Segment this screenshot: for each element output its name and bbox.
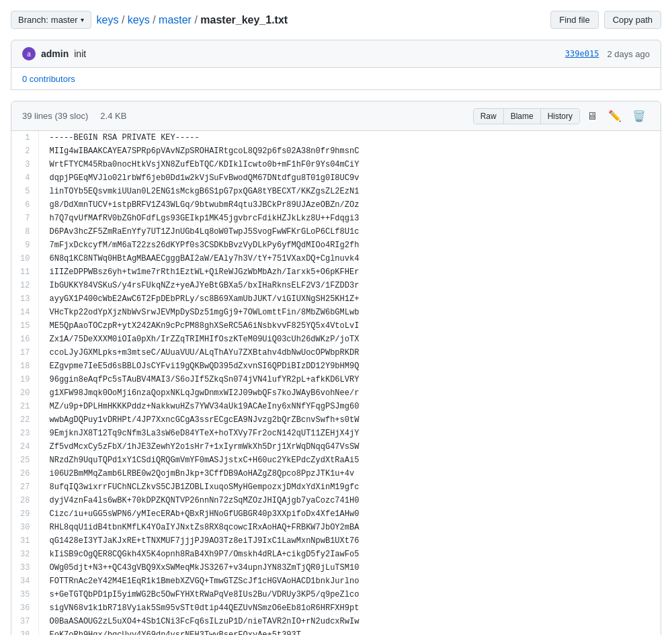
table-row: 18EZgvpme7IeE5d6sBBLOJsCYFvi19gQKBwQD395…	[11, 359, 661, 373]
table-row: 30RHL8qqU1idB4tbnKMfLK4YOaIYJNxtZs8RX8qc…	[11, 521, 661, 534]
line-number: 8	[11, 225, 38, 239]
table-row: 14VHcTkp22odYpXjzNbWvSrwJEVMpDySDz51mgGj…	[11, 306, 661, 319]
find-file-button[interactable]: Find file	[550, 11, 599, 29]
line-code: g1XFW98Jmqk0OoMji6nzaQopxNKLqJgwDnmxWI2J…	[38, 386, 661, 400]
monitor-icon-button[interactable]: 🖥	[583, 108, 601, 125]
breadcrumb: Branch: master ▾ keys / keys / master / …	[11, 11, 288, 29]
table-row: 26i06U2BmMMqZamb6LRBE0w2QojmBnJkp+3CffDB…	[11, 467, 661, 480]
chevron-down-icon: ▾	[81, 16, 84, 24]
avatar: a	[22, 47, 36, 60]
table-row: 97mFjxDckcyfM/mM6aT22zs26dKYPf0s3CSDKbBv…	[11, 239, 661, 252]
table-row: 36sigVN68v1k1bR718Vyiak5Sm95vSTt0dtip44Q…	[11, 601, 661, 615]
line-code: -----BEGIN RSA PRIVATE KEY-----	[38, 131, 661, 144]
contributors-link[interactable]: 0 contributors	[22, 74, 75, 84]
line-code: D6PAv3hcZF5ZmRaEnYfy7UT1ZJnUGb4Lq8oW0Twp…	[38, 225, 661, 239]
branch-name: master	[51, 15, 78, 25]
line-code: ME5QpAaoTOCzpR+ytX242AKn9cPcPM88ghXSeRC5…	[38, 319, 661, 333]
line-code: s+GeTGTQbPD1pI5yimWG2Bc5OwFYHXtRWaPqVe8I…	[38, 588, 661, 601]
line-number: 37	[11, 615, 38, 628]
table-row: 20g1XFW98Jmqk0OoMji6nzaQopxNKLqJgwDnmxWI…	[11, 386, 661, 400]
line-number: 12	[11, 279, 38, 292]
table-row: 15ME5QpAaoTOCzpR+ytX242AKn9cPcPM88ghXSeR…	[11, 319, 661, 333]
file-actions: Raw Blame History 🖥 ✏️ 🗑️	[473, 107, 650, 125]
line-code: g8/DdXmnTUCV+istpBRFV1Z43WLGq/9btwubmR4q…	[38, 198, 661, 212]
line-code: VHcTkp22odYpXjzNbWvSrwJEVMpDySDz51mgGj9+…	[38, 306, 661, 319]
line-code: wwbAgDQPuy1vDRHPt/4JP7XxncGCgA3ssrECgcEA…	[38, 413, 661, 427]
line-number: 15	[11, 319, 38, 333]
file-info: 39 lines (39 sloc) 2.4 KB	[22, 111, 126, 121]
line-number: 32	[11, 548, 38, 561]
line-code: 7mFjxDckcyfM/mM6aT22zs26dKYPf0s3CSDKbBvz…	[38, 239, 661, 252]
breadcrumb-path: keys / keys / master / master_key_1.txt	[97, 14, 288, 26]
branch-label: Branch:	[18, 15, 48, 25]
table-row: 25NRzdZh9UquTQPd1xY1CSdiQRQGmVmYF0mASJjs…	[11, 454, 661, 467]
line-code: dqpjPGEqMVJlo02lrbWf6jeb0Dd1w2kVjSuFvBwo…	[38, 171, 661, 185]
line-number: 31	[11, 534, 38, 548]
copy-path-button[interactable]: Copy path	[604, 11, 661, 29]
line-number: 6	[11, 198, 38, 212]
branch-selector[interactable]: Branch: master ▾	[11, 11, 91, 29]
table-row: 13ayyGX1P400cWbE2AwC6T2FpDEbPRLy/sc8B69X…	[11, 292, 661, 306]
breadcrumb-master[interactable]: master	[159, 14, 192, 26]
file-size: 2.4 KB	[100, 111, 126, 121]
line-number: 20	[11, 386, 38, 400]
table-row: 278ufqIQ3wixrrFUChNCLZkvS5CJB1ZOBLIxuqoS…	[11, 480, 661, 494]
table-row: 35s+GeTGTQbPD1pI5yimWG2Bc5OwFYHXtRWaPqVe…	[11, 588, 661, 601]
line-number: 28	[11, 494, 38, 507]
line-number: 7	[11, 212, 38, 225]
line-code: Zx1A/75DeXXXM0iOIa0pXh/IrZZqTRIMHIfOszKT…	[38, 333, 661, 346]
blame-button[interactable]: Blame	[504, 109, 541, 124]
commit-meta: 339e015 2 days ago	[565, 49, 650, 59]
line-code: RHL8qqU1idB4tbnKMfLK4YOaIYJNxtZs8RX8qcow…	[38, 521, 661, 534]
avatar-initial: a	[27, 50, 31, 58]
table-row: 24Zf5vdMcxCy5zFbX/1hJE3ZewhY2o1sHr7+1xIy…	[11, 440, 661, 454]
raw-button[interactable]: Raw	[474, 109, 504, 124]
line-number: 30	[11, 521, 38, 534]
table-row: 5linTOYb5EQsvmkiUUan0L2ENG1sMckgB6S1pG7p…	[11, 185, 661, 198]
table-row: 1996ggin8eAqfPc5sTAuBV4MAI3/S6oJIf5ZkqSn…	[11, 373, 661, 386]
line-number: 29	[11, 507, 38, 521]
line-number: 1	[11, 131, 38, 144]
line-code: 8ufqIQ3wixrrFUChNCLZkvS5CJB1ZOBLIxuqoSMy…	[38, 480, 661, 494]
breadcrumb-keys-1[interactable]: keys	[97, 14, 119, 26]
line-code: MIIg4wIBAAKCAYEA7SPRp6pVAvNZpSROHAIRtgco…	[38, 144, 661, 158]
line-number: 5	[11, 185, 38, 198]
line-code: 6N8q1KC8NTWq0HBtAgMBAAECgggBAI2aW/EAly7h…	[38, 252, 661, 265]
delete-icon-button[interactable]: 🗑️	[628, 107, 650, 125]
code-table: 1-----BEGIN RSA PRIVATE KEY-----2MIIg4wI…	[11, 131, 661, 635]
edit-icon-button[interactable]: ✏️	[604, 107, 626, 125]
table-row: 2MIIg4wIBAAKCAYEA7SPRp6pVAvNZpSROHAIRtgc…	[11, 144, 661, 158]
breadcrumb-keys-2[interactable]: keys	[128, 14, 150, 26]
line-number: 35	[11, 588, 38, 601]
line-code: Cizc/iu+uGG5sWPN6/yMIecERAb+QBxRjHNoGfUG…	[38, 507, 661, 521]
line-number: 27	[11, 480, 38, 494]
line-code: linTOYb5EQsvmkiUUan0L2ENG1sMckgB6S1pG7px…	[38, 185, 661, 198]
view-buttons: Raw Blame History	[473, 108, 580, 124]
line-code: ayyGX1P400cWbE2AwC6T2FpDEbPRLy/sc8B69Xam…	[38, 292, 661, 306]
table-row: 33OWg05djt+N3++QC43gVBQ9XxSWMeqMkJS3267+…	[11, 561, 661, 575]
table-row: 7h7Q7qvUfMAfRV0bZGhOFdfLgs93GEIkp1MK45jg…	[11, 212, 661, 225]
line-code: iIIZeDPPWBsz6yh+tw1me7rRth1EztWL+QiReWJG…	[38, 265, 661, 279]
table-row: 34FOTTRnAc2eY42M4E1EqR1k1BmebXZVGQ+TmwGT…	[11, 575, 661, 588]
history-button[interactable]: History	[541, 109, 579, 124]
table-row: 6g8/DdXmnTUCV+istpBRFV1Z43WLGq/9btwubmR4…	[11, 198, 661, 212]
line-number: 14	[11, 306, 38, 319]
table-row: 22wwbAgDQPuy1vDRHPt/4JP7XxncGCgA3ssrECgc…	[11, 413, 661, 427]
table-row: 16Zx1A/75DeXXXM0iOIa0pXh/IrZZqTRIMHIfOsz…	[11, 333, 661, 346]
line-code: qG1428eI3YTJaKJxRE+tTNXMUF7jjjPJ9AO3Tz8e…	[38, 534, 661, 548]
line-code: dyjV4znFa4ls6wBK+70kDPZKQNTVP26nnNn72zSq…	[38, 494, 661, 507]
line-number: 21	[11, 400, 38, 413]
table-row: 12IbGUKKY84VSKuS/y4rsFUkqNZz+yeAJYeBtGBX…	[11, 279, 661, 292]
line-number: 23	[11, 427, 38, 440]
commit-author: a admin init	[22, 47, 86, 60]
table-row: 37O0BaASAOUG2zL5uXO4+4Sb1CNi3FcFq6sILzuP…	[11, 615, 661, 628]
table-row: 11iIIZeDPPWBsz6yh+tw1me7rRth1EztWL+QiReW…	[11, 265, 661, 279]
commit-hash[interactable]: 339e015	[565, 49, 599, 58]
table-row: 17ccoLJyJGXMLpks+m3mtseC/AUuaVUU/ALqThAY…	[11, 346, 661, 359]
line-number: 22	[11, 413, 38, 427]
line-number: 3	[11, 158, 38, 171]
line-code: Zf5vdMcxCy5zFbX/1hJE3ZewhY2o1sHr7+1xIyrm…	[38, 440, 661, 454]
line-code: 96ggin8eAqfPc5sTAuBV4MAI3/S6oJIf5ZkqSn07…	[38, 373, 661, 386]
commit-time: 2 days ago	[607, 49, 650, 59]
line-code: i06U2BmMMqZamb6LRBE0w2QojmBnJkp+3CffDB9A…	[38, 467, 661, 480]
